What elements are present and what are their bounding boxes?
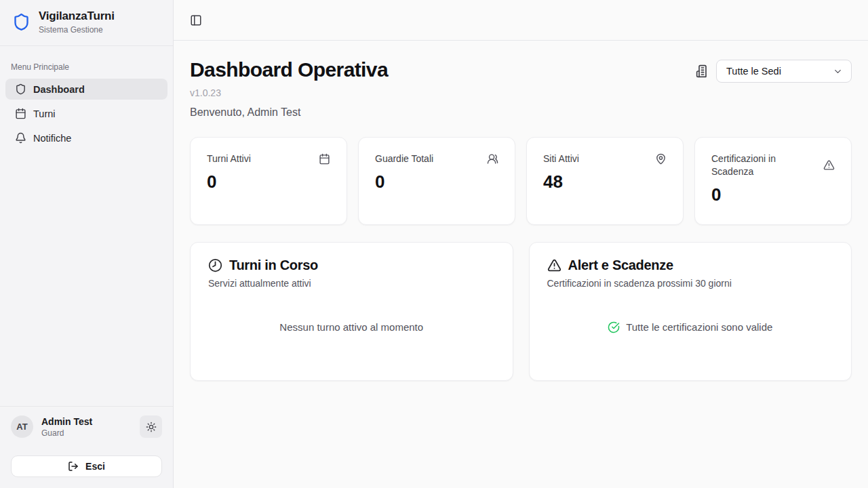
- empty-state-message: Nessun turno attivo al momento: [279, 321, 423, 333]
- sidebar-toggle-button[interactable]: [190, 14, 202, 26]
- stat-label: Guardie Totali: [375, 152, 433, 165]
- map-pin-icon: [655, 153, 667, 165]
- calendar-icon: [319, 153, 330, 165]
- sidebar-item-label: Notifiche: [33, 133, 71, 144]
- app-subtitle: Sistema Gestione: [39, 25, 115, 35]
- shield-icon: [15, 83, 26, 95]
- panels-row: Turni in Corso Servizi attualmente attiv…: [190, 242, 852, 381]
- panel-left-icon: [190, 14, 202, 26]
- theme-toggle-button[interactable]: [140, 415, 162, 438]
- site-filter-select[interactable]: Tutte le Sedi: [716, 60, 852, 83]
- welcome-message: Benvenuto, Admin Test: [190, 106, 388, 119]
- stat-label: Turni Attivi: [207, 152, 251, 165]
- building-icon: [696, 64, 709, 78]
- stats-row: Turni Attivi 0 Guardie Totali: [190, 137, 852, 225]
- topbar: [174, 0, 868, 41]
- status-ok-message: Tutte le certificazioni sono valide: [626, 321, 772, 333]
- shield-logo-icon: [12, 13, 31, 31]
- chevron-down-icon: [833, 66, 843, 77]
- stat-card-guardie-totali: Guardie Totali 0: [358, 137, 515, 225]
- sidebar: VigilanzaTurni Sistema Gestione Menu Pri…: [0, 0, 174, 488]
- alert-triangle-icon: [823, 159, 835, 171]
- page-title: Dashboard Operativa: [190, 58, 388, 81]
- calendar-icon: [15, 108, 26, 119]
- site-filter-value: Tutte le Sedi: [726, 66, 781, 77]
- clock-icon: [208, 258, 222, 272]
- main-area: Dashboard Operativa v1.0.23 Benvenuto, A…: [174, 0, 868, 488]
- stat-card-certificazioni: Certificazioni in Scadenza 0: [694, 137, 852, 225]
- sidebar-item-label: Dashboard: [33, 84, 85, 95]
- sidebar-item-dashboard[interactable]: Dashboard: [5, 79, 167, 100]
- user-name: Admin Test: [41, 416, 132, 427]
- app-title: VigilanzaTurni: [39, 9, 115, 23]
- bell-icon: [15, 132, 26, 144]
- stat-label: Certificazioni in Scadenza: [711, 152, 813, 178]
- dashboard-content: Dashboard Operativa v1.0.23 Benvenuto, A…: [174, 41, 868, 488]
- stat-card-turni-attivi: Turni Attivi 0: [190, 137, 347, 225]
- check-circle-icon: [608, 321, 620, 333]
- stat-value: 0: [375, 171, 498, 192]
- logout-label: Esci: [85, 461, 105, 472]
- logout-icon: [68, 461, 79, 472]
- stat-value: 0: [207, 171, 330, 192]
- stat-label: Siti Attivi: [543, 152, 579, 165]
- nav-section-label: Menu Principale: [11, 62, 162, 72]
- stat-card-siti-attivi: Siti Attivi 48: [526, 137, 684, 225]
- user-section: AT Admin Test Guard: [0, 406, 173, 488]
- stat-value: 0: [711, 184, 835, 205]
- sidebar-item-turni[interactable]: Turni: [5, 103, 167, 124]
- users-icon: [487, 153, 498, 165]
- logout-button[interactable]: Esci: [11, 455, 162, 477]
- avatar: AT: [11, 415, 33, 438]
- sun-icon: [146, 422, 157, 432]
- stat-value: 48: [543, 171, 667, 192]
- sidebar-nav: Menu Principale Dashboard Turni: [0, 46, 173, 406]
- sidebar-item-label: Turni: [33, 108, 56, 119]
- app-version: v1.0.23: [190, 87, 388, 98]
- panel-title: Turni in Corso: [229, 258, 318, 273]
- panel-turni-in-corso: Turni in Corso Servizi attualmente attiv…: [190, 242, 513, 381]
- alert-triangle-icon: [547, 258, 561, 272]
- user-role: Guard: [41, 428, 132, 438]
- panel-title: Alert e Scadenze: [568, 258, 673, 273]
- app-logo: VigilanzaTurni Sistema Gestione: [0, 0, 173, 46]
- panel-subtitle: Servizi attualmente attivi: [208, 278, 495, 289]
- panel-alert-scadenze: Alert e Scadenze Certificazioni in scade…: [529, 242, 852, 381]
- panel-subtitle: Certificazioni in scadenza prossimi 30 g…: [547, 278, 834, 289]
- sidebar-item-notifiche[interactable]: Notifiche: [5, 127, 167, 148]
